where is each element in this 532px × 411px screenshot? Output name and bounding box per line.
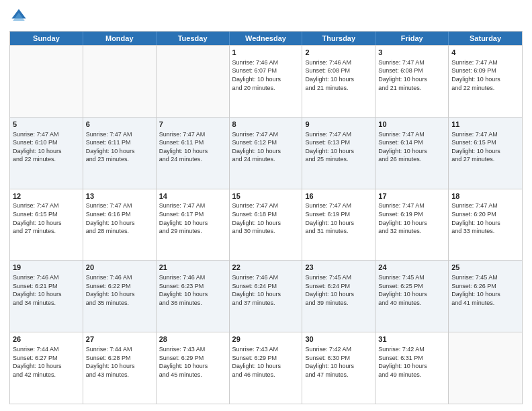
sunrise-label: Sunrise: 7:47 AM [13, 202, 59, 209]
sunrise-label: Sunrise: 7:47 AM [159, 202, 206, 209]
day-cell-20: 20Sunrise: 7:46 AMSunset: 6:22 PMDayligh… [83, 261, 157, 332]
weekday-header-wednesday: Wednesday [230, 32, 303, 45]
sunrise-label: Sunrise: 7:46 AM [86, 274, 132, 281]
day-cell-4: 4Sunrise: 7:47 AMSunset: 6:09 PMDaylight… [449, 46, 522, 117]
day-cell-11: 11Sunrise: 7:47 AMSunset: 6:15 PMDayligh… [449, 118, 522, 189]
day-cell-8: 8Sunrise: 7:47 AMSunset: 6:12 PMDaylight… [230, 118, 303, 189]
sunrise-label: Sunrise: 7:47 AM [305, 202, 351, 209]
sunset-label: Sunset: 6:10 PM [13, 139, 58, 146]
sunset-label: Sunset: 6:19 PM [305, 211, 350, 218]
sunset-label: Sunset: 6:31 PM [378, 355, 423, 361]
sunset-label: Sunset: 6:11 PM [159, 139, 204, 146]
sunset-label: Sunset: 6:14 PM [378, 139, 423, 146]
calendar: SundayMondayTuesdayWednesdayThursdayFrid… [9, 31, 523, 404]
sunrise-label: Sunrise: 7:47 AM [305, 131, 351, 138]
sunset-label: Sunset: 6:29 PM [232, 355, 277, 361]
day-number: 6 [86, 120, 153, 130]
empty-cell [10, 46, 83, 117]
daylight-minutes: and 47 minutes. [305, 371, 348, 378]
daylight-minutes: and 43 minutes. [86, 371, 129, 378]
day-info: Sunrise: 7:43 AMSunset: 6:29 PMDaylight:… [159, 345, 226, 379]
daylight-label: Daylight: 10 hours [305, 76, 354, 83]
day-info: Sunrise: 7:47 AMSunset: 6:15 PMDaylight:… [451, 130, 519, 164]
day-cell-26: 26Sunrise: 7:44 AMSunset: 6:27 PMDayligh… [10, 332, 83, 404]
day-cell-25: 25Sunrise: 7:45 AMSunset: 6:26 PMDayligh… [449, 261, 522, 332]
empty-cell [449, 332, 522, 404]
daylight-label: Daylight: 10 hours [13, 220, 62, 226]
day-cell-7: 7Sunrise: 7:47 AMSunset: 6:11 PMDaylight… [157, 118, 230, 189]
day-number: 7 [159, 120, 226, 130]
sunset-label: Sunset: 6:08 PM [305, 67, 350, 74]
empty-cell [83, 46, 157, 117]
sunrise-label: Sunrise: 7:47 AM [13, 131, 59, 138]
day-number: 21 [159, 263, 226, 273]
day-cell-5: 5Sunrise: 7:47 AMSunset: 6:10 PMDaylight… [10, 118, 83, 189]
sunset-label: Sunset: 6:30 PM [305, 355, 350, 361]
sunset-label: Sunset: 6:07 PM [232, 67, 277, 74]
daylight-label: Daylight: 10 hours [378, 148, 427, 154]
sunset-label: Sunset: 6:24 PM [305, 283, 350, 289]
day-info: Sunrise: 7:46 AMSunset: 6:23 PMDaylight:… [159, 273, 226, 307]
day-cell-2: 2Sunrise: 7:46 AMSunset: 6:08 PMDaylight… [302, 46, 375, 117]
day-number: 25 [451, 263, 519, 273]
day-info: Sunrise: 7:45 AMSunset: 6:25 PMDaylight:… [378, 273, 445, 307]
weekday-header-friday: Friday [375, 32, 449, 45]
daylight-minutes: and 37 minutes. [232, 300, 275, 306]
day-cell-9: 9Sunrise: 7:47 AMSunset: 6:13 PMDaylight… [302, 118, 375, 189]
day-number: 15 [232, 191, 300, 201]
daylight-minutes: and 36 minutes. [159, 300, 202, 306]
day-cell-27: 27Sunrise: 7:44 AMSunset: 6:28 PMDayligh… [83, 332, 157, 404]
day-cell-31: 31Sunrise: 7:42 AMSunset: 6:31 PMDayligh… [375, 332, 449, 404]
day-number: 17 [378, 191, 445, 201]
day-number: 16 [305, 191, 372, 201]
sunset-label: Sunset: 6:11 PM [86, 139, 131, 146]
sunset-label: Sunset: 6:24 PM [232, 283, 277, 289]
daylight-label: Daylight: 10 hours [305, 363, 354, 369]
daylight-minutes: and 34 minutes. [13, 300, 56, 306]
day-info: Sunrise: 7:47 AMSunset: 6:10 PMDaylight:… [13, 130, 80, 164]
daylight-minutes: and 45 minutes. [159, 371, 202, 378]
sunset-label: Sunset: 6:25 PM [378, 283, 423, 289]
daylight-minutes: and 32 minutes. [378, 228, 421, 234]
daylight-minutes: and 22 minutes. [13, 156, 56, 163]
calendar-row-3: 19Sunrise: 7:46 AMSunset: 6:21 PMDayligh… [10, 260, 522, 332]
sunrise-label: Sunrise: 7:47 AM [232, 202, 279, 209]
daylight-label: Daylight: 10 hours [305, 291, 354, 298]
calendar-header: SundayMondayTuesdayWednesdayThursdayFrid… [10, 32, 522, 45]
sunrise-label: Sunrise: 7:46 AM [305, 59, 351, 66]
daylight-label: Daylight: 10 hours [86, 148, 135, 154]
day-cell-19: 19Sunrise: 7:46 AMSunset: 6:21 PMDayligh… [10, 261, 83, 332]
day-info: Sunrise: 7:46 AMSunset: 6:08 PMDaylight:… [305, 58, 372, 92]
daylight-label: Daylight: 10 hours [451, 220, 500, 226]
day-info: Sunrise: 7:47 AMSunset: 6:09 PMDaylight:… [451, 58, 519, 92]
day-cell-17: 17Sunrise: 7:47 AMSunset: 6:19 PMDayligh… [375, 189, 449, 261]
daylight-label: Daylight: 10 hours [159, 148, 208, 154]
sunset-label: Sunset: 6:16 PM [86, 211, 131, 218]
sunset-label: Sunset: 6:27 PM [13, 355, 58, 361]
day-info: Sunrise: 7:44 AMSunset: 6:27 PMDaylight:… [13, 345, 80, 379]
daylight-label: Daylight: 10 hours [86, 291, 135, 298]
day-info: Sunrise: 7:47 AMSunset: 6:20 PMDaylight:… [451, 201, 519, 235]
day-number: 5 [13, 120, 80, 130]
day-info: Sunrise: 7:47 AMSunset: 6:18 PMDaylight:… [232, 201, 300, 235]
daylight-label: Daylight: 10 hours [451, 76, 500, 83]
calendar-row-2: 12Sunrise: 7:47 AMSunset: 6:15 PMDayligh… [10, 189, 522, 261]
daylight-minutes: and 46 minutes. [232, 371, 275, 378]
day-info: Sunrise: 7:46 AMSunset: 6:24 PMDaylight:… [232, 273, 300, 307]
daylight-label: Daylight: 10 hours [378, 363, 427, 369]
day-number: 20 [86, 263, 153, 273]
daylight-label: Daylight: 10 hours [451, 291, 500, 298]
day-number: 4 [451, 48, 519, 58]
daylight-minutes: and 27 minutes. [13, 228, 56, 234]
daylight-label: Daylight: 10 hours [378, 76, 427, 83]
day-info: Sunrise: 7:46 AMSunset: 6:21 PMDaylight:… [13, 273, 80, 307]
daylight-label: Daylight: 10 hours [13, 291, 62, 298]
sunrise-label: Sunrise: 7:47 AM [232, 131, 279, 138]
daylight-minutes: and 24 minutes. [232, 156, 275, 163]
sunrise-label: Sunrise: 7:46 AM [232, 274, 279, 281]
sunset-label: Sunset: 6:15 PM [13, 211, 58, 218]
weekday-header-saturday: Saturday [449, 32, 522, 45]
day-number: 29 [232, 334, 300, 345]
daylight-label: Daylight: 10 hours [86, 363, 135, 369]
daylight-label: Daylight: 10 hours [232, 148, 281, 154]
